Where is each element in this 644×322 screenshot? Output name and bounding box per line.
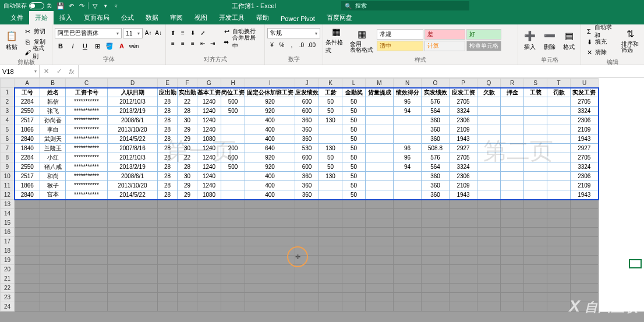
percent-icon[interactable]: % <box>277 40 286 49</box>
cell-S6[interactable] <box>524 135 547 144</box>
cell-R8[interactable] <box>501 153 524 162</box>
cell-P16[interactable] <box>450 228 477 237</box>
cell-H24[interactable] <box>221 302 245 312</box>
cell-Q23[interactable] <box>477 293 501 302</box>
tab-view[interactable]: 视图 <box>189 11 213 24</box>
cell-G1[interactable]: 基本工资 <box>197 88 221 97</box>
cell-H23[interactable] <box>221 293 245 302</box>
cell-A1[interactable]: 工号 <box>15 88 40 97</box>
cell-H18[interactable] <box>221 246 245 256</box>
cell-Q12[interactable] <box>477 190 501 200</box>
cell-M6[interactable] <box>366 135 394 144</box>
cell-N4[interactable] <box>394 116 422 125</box>
cell-N7[interactable]: 96 <box>394 144 422 153</box>
cell-N24[interactable] <box>394 302 422 312</box>
cell-B16[interactable] <box>40 228 66 237</box>
cell-E20[interactable] <box>158 265 178 274</box>
cell-Q17[interactable] <box>477 237 501 246</box>
cell-N11[interactable] <box>394 181 422 190</box>
cell-H17[interactable] <box>221 237 245 246</box>
cell-I2[interactable]: 920 <box>245 97 295 107</box>
cell-M17[interactable] <box>366 237 394 246</box>
merge-center-button[interactable]: ⬌合并后居中 <box>221 37 262 47</box>
cell-F11[interactable]: 29 <box>178 181 197 190</box>
cell-H21[interactable] <box>221 274 245 284</box>
cancel-formula-icon[interactable]: ✕ <box>40 68 52 75</box>
cell-G8[interactable]: 1240 <box>197 153 221 162</box>
cell-K21[interactable] <box>319 274 342 284</box>
cell-H16[interactable] <box>221 228 245 237</box>
cell-E22[interactable] <box>158 284 178 293</box>
clear-button[interactable]: ✕清除 <box>583 48 618 57</box>
cell-F7[interactable]: 30 <box>178 144 197 153</box>
cell-T2[interactable] <box>547 97 571 107</box>
cell-G11[interactable]: 1240 <box>197 181 221 190</box>
cell-G14[interactable] <box>197 209 221 218</box>
cell-B9[interactable]: 猪八戒 <box>40 162 66 172</box>
cell-K1[interactable]: 工龄 <box>319 88 342 97</box>
cell-E11[interactable]: 28 <box>158 181 178 190</box>
redo-icon[interactable]: ↷ <box>77 2 86 10</box>
cell-I19[interactable] <box>245 256 295 265</box>
cell-A20[interactable] <box>15 265 40 274</box>
cell-H3[interactable]: 500 <box>221 107 245 116</box>
cell-U14[interactable] <box>571 209 599 218</box>
cell-Q5[interactable] <box>477 125 501 135</box>
cell-M4[interactable] <box>366 116 394 125</box>
cell-O15[interactable] <box>422 218 450 228</box>
cell-E5[interactable]: 28 <box>158 125 178 135</box>
cell-R3[interactable] <box>501 107 524 116</box>
filter-icon[interactable]: ▽ <box>91 2 99 10</box>
cell-L20[interactable] <box>342 265 366 274</box>
tab-help[interactable]: 帮助 <box>250 11 275 24</box>
tab-review[interactable]: 审阅 <box>164 11 189 24</box>
cell-K19[interactable] <box>319 256 342 265</box>
phonetic-button[interactable]: wén <box>128 40 140 52</box>
cell-R5[interactable] <box>501 125 524 135</box>
cell-R24[interactable] <box>501 302 524 312</box>
cell-G19[interactable] <box>197 256 221 265</box>
cell-J14[interactable] <box>295 209 319 218</box>
cell-U17[interactable] <box>571 237 599 246</box>
cell-N10[interactable] <box>394 172 422 181</box>
cell-K5[interactable] <box>319 125 342 135</box>
cell-R13[interactable] <box>501 200 524 209</box>
cell-L7[interactable]: 50 <box>342 144 366 153</box>
cell-G9[interactable]: 1240 <box>197 162 221 172</box>
style-check[interactable]: 检查单元格 <box>466 41 501 51</box>
cell-I13[interactable] <box>245 200 295 209</box>
cell-I12[interactable]: 400 <box>245 190 295 200</box>
cell-K7[interactable]: 130 <box>319 144 342 153</box>
cell-B5[interactable]: 李白 <box>40 125 66 135</box>
indent-inc-icon[interactable]: ⇥ <box>208 38 217 48</box>
cell-M22[interactable] <box>366 284 394 293</box>
cell-I14[interactable] <box>245 209 295 218</box>
cell-G21[interactable] <box>197 274 221 284</box>
row-header-17[interactable]: 17 <box>1 237 15 246</box>
cell-K16[interactable] <box>319 228 342 237</box>
cell-U1[interactable]: 实发工资 <box>571 88 599 97</box>
cell-K9[interactable]: 50 <box>319 162 342 172</box>
cell-J11[interactable]: 360 <box>295 181 319 190</box>
tab-file[interactable]: 文件 <box>5 11 29 24</box>
cell-R23[interactable] <box>501 293 524 302</box>
cell-B15[interactable] <box>40 218 66 228</box>
cell-J20[interactable] <box>295 265 319 274</box>
cell-H10[interactable] <box>221 172 245 181</box>
cell-I1[interactable]: 固定公休加班工资 <box>245 88 295 97</box>
cell-H13[interactable] <box>221 200 245 209</box>
cell-L21[interactable] <box>342 274 366 284</box>
cell-D18[interactable] <box>108 246 158 256</box>
bold-button[interactable]: B <box>55 40 66 52</box>
cell-G23[interactable] <box>197 293 221 302</box>
cell-R15[interactable] <box>501 218 524 228</box>
cell-J6[interactable]: 360 <box>295 135 319 144</box>
cell-F9[interactable]: 28 <box>178 162 197 172</box>
cell-L15[interactable] <box>342 218 366 228</box>
col-header-P[interactable]: P <box>450 79 477 88</box>
cell-S14[interactable] <box>524 209 547 218</box>
cell-E12[interactable]: 28 <box>158 190 178 200</box>
cell-L8[interactable]: 50 <box>342 153 366 162</box>
cell-P21[interactable] <box>450 274 477 284</box>
cell-P18[interactable] <box>450 246 477 256</box>
